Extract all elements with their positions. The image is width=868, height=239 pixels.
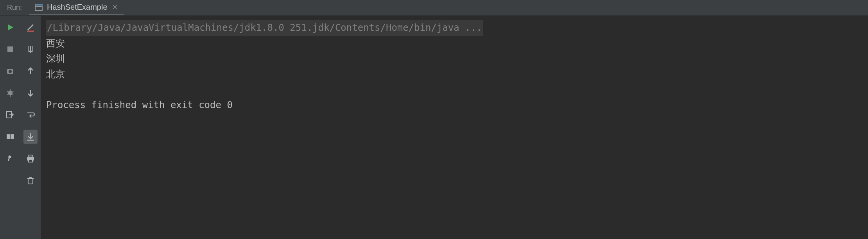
svg-rect-4 [7, 46, 13, 52]
rerun-button[interactable] [3, 20, 17, 34]
soft-wrap-button[interactable] [23, 108, 38, 122]
debug-button[interactable] [3, 86, 17, 100]
left-toolbar [0, 16, 20, 239]
close-tab-button[interactable] [111, 4, 118, 11]
run-tab[interactable]: HashSetExample [29, 0, 124, 15]
tab-bar: Run: HashSetExample [0, 0, 868, 16]
stop-button[interactable] [3, 42, 17, 56]
svg-rect-25 [28, 155, 33, 157]
scroll-to-end-button[interactable] [23, 130, 38, 144]
down-button[interactable] [23, 86, 38, 100]
svg-rect-28 [28, 178, 33, 184]
svg-rect-27 [29, 159, 32, 162]
svg-line-11 [12, 91, 13, 92]
up-button[interactable] [23, 64, 38, 78]
svg-line-12 [7, 94, 8, 95]
exit-button[interactable] [3, 108, 17, 122]
blank-line [46, 82, 863, 98]
svg-line-13 [12, 94, 13, 95]
main-area: /Library/Java/JavaVirtualMachines/jdk1.8… [0, 16, 868, 239]
svg-line-10 [7, 91, 8, 92]
tab-label: HashSetExample [47, 3, 108, 12]
exit-message: Process finished with exit code 0 [46, 98, 863, 113]
output-line: 深圳 [46, 51, 863, 67]
command-line: /Library/Java/JavaVirtualMachines/jdk1.8… [46, 20, 863, 36]
svg-rect-16 [11, 134, 14, 139]
console-output[interactable]: /Library/Java/JavaVirtualMachines/jdk1.8… [41, 16, 868, 239]
svg-point-7 [8, 91, 13, 95]
svg-rect-1 [35, 7, 42, 11]
run-label: Run: [0, 0, 29, 15]
layout-button[interactable] [3, 130, 17, 144]
edit-button[interactable] [23, 20, 38, 34]
application-icon [34, 3, 43, 11]
pin-button[interactable] [3, 152, 17, 166]
print-button[interactable] [23, 152, 38, 166]
dump-threads-button[interactable] [3, 64, 17, 78]
clear-button[interactable] [23, 173, 38, 187]
steps-down-button[interactable] [23, 42, 38, 56]
output-line: 西安 [46, 36, 863, 52]
output-line: 北京 [46, 67, 863, 82]
svg-point-6 [9, 70, 12, 73]
right-toolbar [20, 16, 41, 239]
svg-rect-0 [35, 4, 42, 6]
svg-rect-15 [7, 134, 10, 139]
